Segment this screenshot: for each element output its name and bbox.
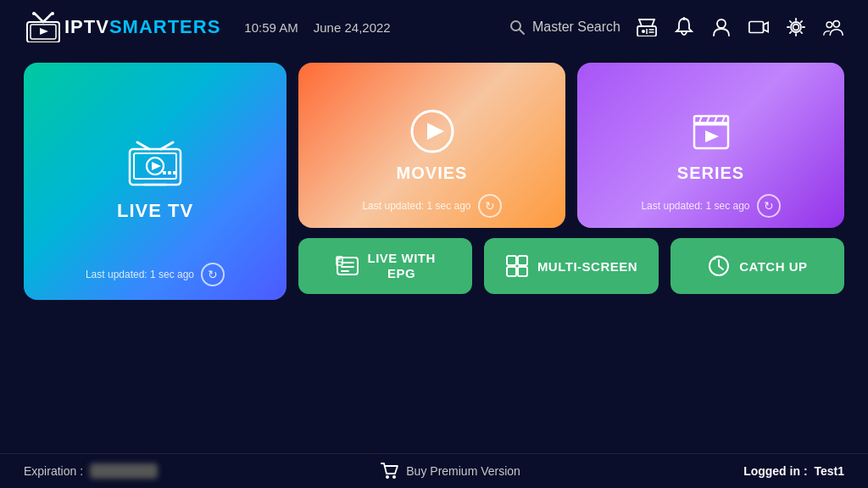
multi-screen-button[interactable]: MULTI-SCREEN xyxy=(484,238,658,294)
svg-rect-33 xyxy=(168,171,171,175)
multi-screen-icon xyxy=(505,254,529,278)
main-content: LIVE TV Last updated: 1 sec ago ↻ MOVIES… xyxy=(0,54,868,308)
svg-point-21 xyxy=(793,25,799,30)
svg-point-58 xyxy=(392,475,396,479)
header: IPTVSMARTERS 10:59 AM June 24,2022 Maste… xyxy=(0,0,868,54)
catch-up-icon xyxy=(707,254,731,278)
live-tv-card[interactable]: LIVE TV Last updated: 1 sec ago ↻ xyxy=(24,63,287,300)
series-card[interactable]: SERIES Last updated: 1 sec ago ↻ xyxy=(577,63,844,228)
live-tv-refresh[interactable]: ↻ xyxy=(201,263,225,286)
svg-marker-30 xyxy=(152,162,161,170)
svg-line-0 xyxy=(35,14,43,22)
expiration-label: Expiration : xyxy=(24,464,83,478)
logged-in-user: Test1 xyxy=(814,464,844,478)
svg-marker-6 xyxy=(40,28,48,35)
cards-row: LIVE TV Last updated: 1 sec ago ↻ MOVIES… xyxy=(24,63,844,300)
svg-point-18 xyxy=(717,19,726,28)
svg-rect-44 xyxy=(337,258,358,274)
notification-icon[interactable] xyxy=(673,16,695,38)
live-with-epg-button[interactable]: LIVE WITH EPG xyxy=(298,238,472,294)
svg-point-2 xyxy=(32,12,36,15)
movies-card[interactable]: MOVIES Last updated: 1 sec ago ↻ xyxy=(298,63,565,228)
epg-icon xyxy=(336,254,359,278)
header-time: 10:59 AM xyxy=(244,20,298,35)
expiry-value xyxy=(90,463,158,479)
svg-marker-43 xyxy=(705,130,719,142)
record-icon[interactable] xyxy=(748,16,770,38)
buy-premium-label: Buy Premium Version xyxy=(406,464,520,478)
svg-rect-19 xyxy=(749,22,764,33)
logged-in-label: Logged in : xyxy=(743,464,807,478)
svg-marker-20 xyxy=(764,22,769,31)
buy-premium-button[interactable]: Buy Premium Version xyxy=(158,463,743,480)
svg-point-23 xyxy=(833,21,839,27)
live-tv-icon xyxy=(125,141,185,191)
search-label: Master Search xyxy=(532,19,620,35)
header-date: June 24,2022 xyxy=(314,20,391,35)
svg-line-10 xyxy=(639,19,642,26)
expiry-section: Expiration : xyxy=(24,463,158,479)
multi-screen-label: MULTI-SCREEN xyxy=(537,259,637,274)
series-icon xyxy=(687,108,735,155)
svg-point-24 xyxy=(826,22,832,28)
live-tv-last-updated: Last updated: 1 sec ago ↻ xyxy=(24,263,287,286)
movies-last-updated: Last updated: 1 sec ago ↻ xyxy=(298,194,565,218)
svg-rect-52 xyxy=(518,256,527,265)
svg-rect-54 xyxy=(518,267,527,276)
series-refresh[interactable]: ↻ xyxy=(757,194,781,218)
svg-marker-36 xyxy=(427,123,444,140)
svg-point-13 xyxy=(642,30,645,33)
footer: Expiration : Buy Premium Version Logged … xyxy=(0,453,868,488)
logo: IPTVSMARTERS xyxy=(24,12,220,42)
svg-rect-53 xyxy=(507,267,516,276)
cart-icon xyxy=(381,463,399,480)
svg-rect-32 xyxy=(163,171,166,175)
profile-icon[interactable] xyxy=(822,16,844,38)
svg-rect-34 xyxy=(173,171,176,175)
series-title: SERIES xyxy=(677,164,744,183)
live-with-epg-label: LIVE WITH EPG xyxy=(368,251,436,281)
search-icon xyxy=(509,19,526,36)
header-icons xyxy=(636,16,844,38)
svg-point-57 xyxy=(386,475,389,479)
master-search[interactable]: Master Search xyxy=(509,19,620,36)
radio-icon[interactable] xyxy=(636,16,658,38)
svg-rect-51 xyxy=(507,256,516,265)
svg-line-11 xyxy=(652,19,654,26)
svg-line-8 xyxy=(520,30,524,34)
logo-text: IPTVSMARTERS xyxy=(64,16,220,38)
bottom-buttons-row: LIVE WITH EPG MULTI-SCREEN xyxy=(298,238,844,294)
logged-in-section: Logged in : Test1 xyxy=(743,464,844,478)
catch-up-label: CATCH UP xyxy=(739,259,807,274)
movies-icon xyxy=(409,108,456,155)
live-tv-title: LIVE TV xyxy=(117,200,193,222)
right-cards: MOVIES Last updated: 1 sec ago ↻ xyxy=(298,63,844,300)
movies-title: MOVIES xyxy=(397,164,468,183)
catch-up-button[interactable]: CATCH UP xyxy=(670,238,844,294)
svg-line-1 xyxy=(43,14,52,22)
settings-icon[interactable] xyxy=(785,16,807,38)
svg-point-3 xyxy=(51,12,54,15)
series-last-updated: Last updated: 1 sec ago ↻ xyxy=(577,194,844,218)
user-icon[interactable] xyxy=(710,16,732,38)
logo-icon xyxy=(24,12,63,42)
movies-refresh[interactable]: ↻ xyxy=(478,194,502,218)
right-top-row: MOVIES Last updated: 1 sec ago ↻ xyxy=(298,63,844,228)
